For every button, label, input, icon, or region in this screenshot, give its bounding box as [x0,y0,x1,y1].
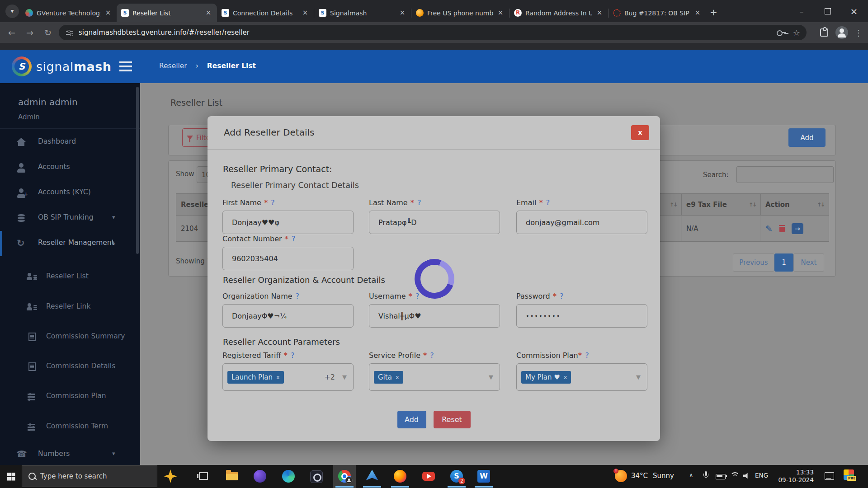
modal-reset-button[interactable]: Reset [434,411,471,428]
last-name-input[interactable]: Pratapφ╙D [369,211,500,234]
edge-icon[interactable] [282,469,295,483]
window-close-button[interactable]: × [841,0,867,22]
help-icon[interactable]: ? [296,292,300,300]
address-bar[interactable]: signalmashdbtest.gventure.info/#/reselle… [59,25,807,40]
skype-icon[interactable]: S2 [450,469,463,483]
table-header-e9-tax-file[interactable]: e9 Tax File ↑↓ [682,194,761,215]
taskbar-search-box[interactable]: Type here to search [22,465,157,487]
language-indicator[interactable]: ENG [755,472,768,479]
tab-close-icon[interactable]: × [693,9,702,17]
tab-close-icon[interactable]: × [104,9,112,17]
file-explorer-icon[interactable] [225,469,239,483]
service-profile-select[interactable]: Gitax ▼ [369,363,500,391]
sidebar-item-ob-sip-trunking[interactable]: OB SIP Trunking ▾ [0,208,140,228]
tab-bug-12817[interactable]: Bug #12817: OB SIP × [609,4,706,22]
password-manager-icon[interactable] [777,30,787,35]
tab-close-icon[interactable]: × [204,9,212,17]
sidebar-scrollbar[interactable] [136,87,139,254]
firefox-icon[interactable] [393,469,407,483]
tab-close-icon[interactable]: × [595,9,604,17]
browser-profile-avatar[interactable] [835,26,848,39]
word-icon[interactable]: W [477,469,491,483]
tab-gventure[interactable]: GVenture Technology × [21,4,117,22]
pagination-previous[interactable]: Previous [733,253,774,272]
edit-icon[interactable]: ✎ [765,224,773,234]
modal-close-button[interactable]: x [631,125,649,140]
sidebar-toggle-hamburger-icon[interactable] [119,61,132,71]
tab-free-us-phone[interactable]: Free US phone numb × [411,4,509,22]
search-input[interactable] [736,166,834,183]
sidebar-item-dashboard[interactable]: Dashboard [0,132,140,152]
sidebar-item-reseller-management[interactable]: Reseller Management ▴ [0,234,140,253]
registered-tariff-select[interactable]: Launch Planx +2 ▼ [222,363,354,391]
sidebar-item-accounts-kyc[interactable]: Accounts (KYC) [0,183,140,203]
chip-remove-icon[interactable]: x [396,374,399,380]
help-icon[interactable]: ? [560,292,564,300]
contact-number-input[interactable]: 9602035404 [222,247,354,270]
window-maximize-button[interactable] [815,0,841,22]
blue-app-icon[interactable] [365,469,379,483]
commission-plan-select[interactable]: My Plan ♥x ▼ [516,363,647,391]
clock[interactable]: 13:33 09-10-2024 [774,469,814,484]
sidebar-item-reseller-list[interactable]: Reseller List [0,267,140,287]
tab-close-icon[interactable]: × [398,9,406,17]
pagination-next[interactable]: Next [793,253,824,272]
battery-icon[interactable] [716,474,726,479]
sidebar-item-numbers[interactable]: Numbers ▾ [0,445,140,465]
task-view-icon[interactable] [199,472,208,480]
breadcrumb-parent[interactable]: Reseller [159,62,187,70]
organization-name-input[interactable]: DonjaayΦ♥¬¼ [222,304,354,328]
forward-button[interactable]: → [21,28,39,38]
password-input[interactable]: •••••••• [516,304,647,328]
action-center-icon[interactable] [825,472,834,480]
modal-add-button[interactable]: Add [397,411,426,428]
site-settings-icon[interactable] [66,30,73,35]
help-icon[interactable]: ? [292,235,296,243]
sort-icon[interactable]: ↑↓ [817,202,824,208]
pre-app-icon[interactable]: PRE [844,469,854,480]
tab-random-address[interactable]: R Random Address In U × [509,4,608,22]
help-icon[interactable]: ? [585,351,589,360]
sidebar-item-commission-summary[interactable]: Commission Summary [0,327,140,347]
email-input[interactable]: donjaay@gmail.com [516,211,647,234]
sidebar-item-accounts[interactable]: Accounts [0,158,140,178]
first-name-input[interactable]: Donjaay♥♥φ [222,211,354,234]
tab-search-chevron-icon[interactable]: ▾ [5,5,19,18]
sort-icon[interactable]: ↑↓ [749,202,756,208]
start-button-icon[interactable] [7,473,15,480]
microphone-icon[interactable] [703,471,708,479]
tab-close-icon[interactable]: × [301,9,309,17]
add-reseller-button[interactable]: Add [788,128,826,147]
chevron-down-icon[interactable]: ▼ [489,374,493,380]
weather-temp[interactable]: 34°C [631,472,648,480]
browser-menu-icon[interactable]: ⋮ [854,28,863,38]
youtube-icon[interactable] [422,469,435,483]
chip-remove-icon[interactable]: x [276,374,280,380]
chip-remove-icon[interactable]: x [564,374,567,380]
login-as-icon[interactable]: → [792,223,803,234]
speaker-icon[interactable] [743,473,750,479]
help-icon[interactable]: ? [271,198,275,207]
delete-trash-icon[interactable] [779,225,785,232]
back-button[interactable]: ← [3,28,21,38]
tab-signalmash[interactable]: S Signalmash × [314,4,411,22]
snipping-tool-icon[interactable] [309,469,323,483]
help-icon[interactable]: ? [415,292,420,300]
help-icon[interactable]: ? [430,351,434,360]
url-text[interactable]: signalmashdbtest.gventure.info/#/reselle… [79,28,777,37]
chrome-icon[interactable] [338,469,351,483]
sort-icon[interactable]: ↑↓ [670,202,677,208]
new-tab-button[interactable]: + [710,7,717,18]
username-input[interactable]: Vishal╫μΦ♥ [369,304,500,328]
table-header-action[interactable]: Action ↑↓ [761,194,829,215]
sidebar-item-commission-details[interactable]: Commission Details [0,357,140,377]
help-icon[interactable]: ? [417,198,421,207]
reload-button[interactable]: ↻ [39,28,57,38]
tab-connection-details[interactable]: S Connection Details × [217,4,314,22]
network-icon[interactable] [730,472,738,479]
tab-close-icon[interactable]: × [496,9,505,17]
window-minimize-button[interactable]: – [788,0,815,22]
weather-icon[interactable] [615,470,627,482]
chevron-down-icon[interactable]: ▼ [342,374,347,380]
extensions-icon[interactable] [820,28,828,37]
